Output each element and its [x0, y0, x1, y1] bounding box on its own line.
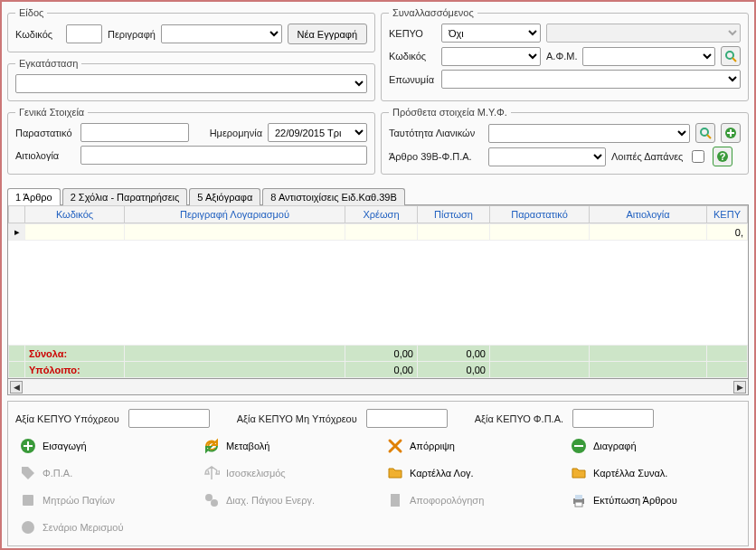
myf-legend: Πρόσθετα στοιχεία Μ.Υ.Φ. [389, 107, 511, 118]
cp-code-label: Κωδικός [389, 51, 436, 62]
kepyo-extra-select [546, 24, 741, 43]
balance-credit: 0,00 [418, 362, 490, 378]
delete-button[interactable]: Διαγραφή [566, 435, 741, 457]
counterparty-group: Συναλλασσόμενος ΚΕΠΥΟ Όχι Κωδικός Α.Φ.Μ.… [381, 7, 749, 101]
total-debit: 0,00 [345, 346, 418, 362]
reject-button[interactable]: Απόρριψη [383, 435, 557, 457]
x-icon [386, 437, 404, 455]
card-party-button[interactable]: Καρτέλλα Συναλ. [566, 462, 741, 484]
svg-line-3 [707, 135, 711, 138]
name-label: Επωνυμία [389, 74, 436, 85]
svg-point-10 [205, 494, 213, 501]
installation-group: Εγκατάσταση [7, 58, 375, 101]
col-credit[interactable]: Πίστωση [418, 206, 490, 223]
other-exp-label: Λοιπές Δαπάνες [611, 151, 683, 162]
tab-matching39b[interactable]: 8 Αντιστοιχίσεις Ειδ.Καθ.39Β [262, 188, 405, 205]
retail-select[interactable] [488, 124, 690, 143]
retail-search-icon[interactable] [695, 123, 715, 143]
svg-rect-9 [23, 495, 33, 506]
folder-icon [570, 464, 588, 482]
date-select[interactable]: 22/09/2015 Τρι [268, 123, 367, 142]
plus-circle-icon [19, 437, 37, 455]
card-account-button[interactable]: Καρτέλλα Λογ. [383, 462, 557, 484]
kepyo-fpa-input[interactable] [572, 409, 654, 428]
kepyo-label: ΚΕΠΥΟ [389, 28, 436, 39]
modify-button[interactable]: Μεταβολή [199, 435, 373, 457]
insert-button[interactable]: Εισαγωγή [15, 435, 190, 457]
kepyo-fpa-label: Αξία ΚΕΠΥΟ Φ.Π.Α. [475, 413, 563, 424]
col-kepyo[interactable]: ΚΕΠΥ [707, 206, 748, 223]
totals: Σύνολα: 0,00 0,00 Υπόλοιπο: 0,00 0,00 [8, 345, 748, 378]
col-selector [9, 206, 25, 223]
gears-icon [203, 491, 221, 509]
table-row[interactable]: ▸ 0, [9, 224, 748, 241]
kepyo-liable-label: Αξία ΚΕΠΥΟ Υπόχρεου [15, 413, 119, 424]
descr-select[interactable] [161, 24, 282, 43]
tab-article[interactable]: 1 Άρθρο [7, 188, 61, 205]
main-window: Είδος Κωδικός Περιγραφή Νέα Εγγραφή Εγκα… [0, 0, 756, 550]
afm-label: Α.Φ.Μ. [546, 51, 577, 62]
tag-icon [19, 464, 37, 482]
cp-code-select[interactable] [441, 47, 541, 66]
horizontal-scrollbar[interactable]: ◀ ▶ [7, 379, 749, 395]
total-credit: 0,00 [418, 346, 490, 362]
kepyo-nonliable-label: Αξία ΚΕΠΥΟ Μη Υπόχρεου [237, 413, 357, 424]
grid: Κωδικός Περιγραφή Λογαριασμού Χρέωση Πίσ… [7, 205, 749, 379]
installation-select[interactable] [15, 74, 367, 93]
counterparty-legend: Συναλλασσόμενος [389, 7, 477, 18]
tabs: 1 Άρθρο 2 Σχόλια - Παρατηρήσεις 5 Αξιόγρ… [7, 187, 749, 205]
svg-point-16 [22, 521, 34, 534]
book-icon [19, 491, 37, 509]
detax-button: Αποφορολόγηση [383, 489, 557, 511]
scroll-left-icon[interactable]: ◀ [10, 381, 23, 394]
myf-group: Πρόσθετα στοιχεία Μ.Υ.Φ. Ταυτότητα Λιανι… [381, 107, 749, 175]
code-input[interactable] [66, 24, 102, 43]
col-debit[interactable]: Χρέωση [345, 206, 418, 223]
add-icon[interactable] [721, 123, 741, 143]
tab-comments[interactable]: 2 Σχόλια - Παρατηρήσεις [62, 188, 188, 205]
print-button[interactable]: Εκτύπωση Άρθρου [566, 489, 741, 511]
printer-icon [570, 491, 588, 509]
circle-icon [19, 518, 37, 536]
cell-kepyo: 0, [707, 224, 748, 241]
afm-select[interactable] [582, 47, 715, 66]
balance-debit: 0,00 [345, 362, 418, 378]
totals-label: Σύνολα: [25, 346, 125, 362]
retail-label: Ταυτότητα Λιανικών [389, 128, 483, 138]
kepyo-select[interactable]: Όχι [441, 24, 541, 43]
balance-button: Ισοσκελισμός [199, 462, 373, 484]
refresh-icon [203, 437, 221, 455]
kepyo-liable-input[interactable] [128, 409, 210, 428]
general-legend: Γενικά Στοιχεία [15, 107, 88, 118]
new-entry-button[interactable]: Νέα Εγγραφή [288, 24, 367, 44]
minus-circle-icon [570, 437, 588, 455]
col-doc[interactable]: Παραστατικό [490, 206, 590, 223]
reason-input[interactable] [80, 146, 367, 165]
kepyo-nonliable-input[interactable] [366, 409, 448, 428]
eidos-group: Είδος Κωδικός Περιγραφή Νέα Εγγραφή [7, 7, 375, 52]
kepyo-actions-panel: Αξία ΚΕΠΥΟ Υπόχρεου Αξία ΚΕΠΥΟ Μη Υπόχρε… [7, 401, 749, 546]
split-button: Σενάριο Μερισμού [15, 517, 190, 538]
svg-rect-12 [391, 494, 400, 507]
art39b-select[interactable] [488, 147, 606, 166]
help-icon[interactable]: ? [713, 147, 732, 166]
balance-icon [203, 464, 221, 482]
other-exp-checkbox[interactable] [692, 150, 704, 163]
svg-rect-15 [575, 502, 582, 507]
svg-text:?: ? [720, 151, 726, 162]
scroll-right-icon[interactable]: ▶ [733, 381, 746, 394]
general-group: Γενικά Στοιχεία Παραστατικό Ημερομηνία 2… [7, 107, 375, 175]
date-label: Ημερομηνία [210, 128, 262, 138]
fixed-registry-button: Μητρώο Παγίων [15, 489, 190, 511]
col-reason[interactable]: Αιτιολογία [590, 206, 707, 223]
balance-label: Υπόλοιπο: [25, 362, 125, 378]
reason-label: Αιτιολογία [15, 150, 75, 161]
fpa-button: Φ.Π.Α. [15, 462, 190, 484]
tab-securities[interactable]: 5 Αξιόγραφα [189, 188, 260, 205]
col-descr[interactable]: Περιγραφή Λογαριασμού [125, 206, 345, 223]
search-icon[interactable] [721, 46, 741, 66]
doc-input[interactable] [80, 123, 189, 142]
col-code[interactable]: Κωδικός [25, 206, 125, 223]
doc-label: Παραστατικό [15, 128, 75, 138]
name-select[interactable] [441, 70, 741, 89]
